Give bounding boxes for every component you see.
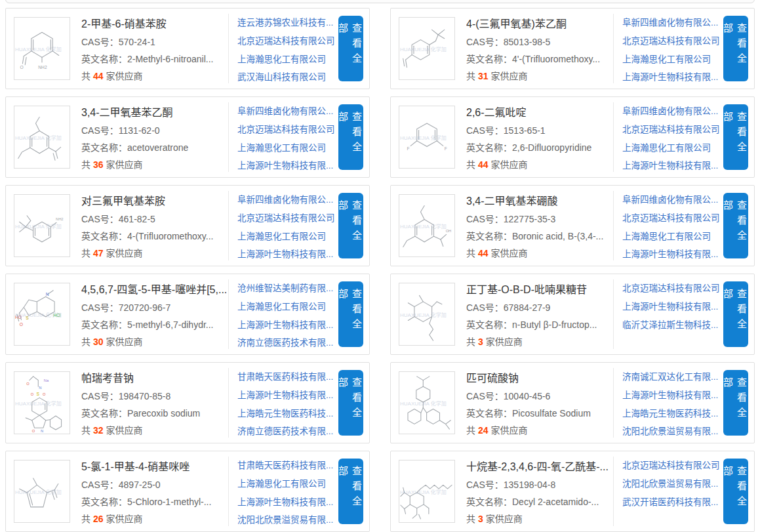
view-all-button[interactable]: 查看全部 xyxy=(338,16,363,81)
supplier-link[interactable]: 上海瀚思化工有限公司 xyxy=(237,51,337,69)
supplier-link[interactable]: 北京迈瑞达科技有限公司 xyxy=(237,209,337,228)
molecule-thumbnail[interactable]: HUAXUEJIA 化学加 xyxy=(399,460,455,523)
supplier-link[interactable]: 上海皓元生物医药科技... xyxy=(237,405,337,423)
view-all-button[interactable]: 查看全部 xyxy=(338,193,363,258)
count-suffix: 家供应商 xyxy=(106,425,143,436)
supplier-link[interactable]: 甘肃皓天医药科技有限... xyxy=(237,368,337,386)
supplier-link[interactable]: 上海源叶生物科技有限... xyxy=(237,316,337,335)
supplier-link[interactable]: 上海瀚思化工有限公司 xyxy=(237,475,337,493)
cas-value: 67884-27-9 xyxy=(504,302,551,313)
molecule-structure-icon: NH2 xyxy=(14,195,70,256)
molecule-thumbnail[interactable]: HUAXUEJIA 化学加 xyxy=(399,371,455,434)
supplier-link[interactable]: 上海源叶生物科技有限... xyxy=(237,157,337,175)
view-all-button[interactable]: 查看全部 xyxy=(723,193,748,258)
molecule-thumbnail[interactable]: FF HUAXUEJIA 化学加 xyxy=(399,106,455,169)
view-all-button[interactable]: 查看全部 xyxy=(723,104,748,170)
supplier-link[interactable]: 济南诚汇双达化工有限... xyxy=(622,368,722,386)
supplier-link[interactable]: 临沂艾泽拉斯生物科技... xyxy=(622,316,722,335)
english-name-row: 英文名称：5-Chloro-1-methyl-... xyxy=(81,495,228,508)
vertical-divider xyxy=(613,191,614,260)
molecule-structure-icon xyxy=(14,106,70,168)
molecule-thumbnail[interactable]: HUAXUEJIA 化学加 xyxy=(14,460,70,523)
supplier-link[interactable]: 连云港苏锦农业科技有... xyxy=(237,14,337,32)
supplier-link[interactable]: 上海源叶生物科技有限... xyxy=(622,68,722,87)
molecule-thumbnail[interactable]: ONH2 HUAXUEJIA 化学加 xyxy=(14,17,70,80)
supplier-link[interactable]: 上海源叶生物科技有限... xyxy=(237,386,337,405)
supplier-count-value: 36 xyxy=(93,159,104,170)
supplier-link[interactable]: 阜新四维卤化物有限公... xyxy=(622,191,722,209)
molecule-thumbnail[interactable]: HUAXUEJIA 化学加 xyxy=(14,106,70,169)
molecule-thumbnail[interactable]: HUAXUEJIA 化学加 xyxy=(399,283,455,346)
supplier-link[interactable]: 上海瀚思化工有限公司 xyxy=(237,139,337,157)
molecule-thumbnail[interactable]: HUAXUEJIA 化学加 xyxy=(399,17,455,80)
supplier-link[interactable]: 上海瀚思化工有限公司 xyxy=(622,139,722,157)
product-name-link[interactable]: 3,4-二甲氧基苯乙酮 xyxy=(81,104,228,119)
product-name-link[interactable]: 2,6-二氟吡啶 xyxy=(466,104,613,119)
supplier-link[interactable]: 上海瀚思化工有限公司 xyxy=(622,51,722,69)
molecule-thumbnail[interactable]: NSHOOHCl HUAXUEJIA 化学加 xyxy=(14,283,70,346)
view-all-button[interactable]: 查看全部 xyxy=(338,104,363,170)
supplier-link[interactable]: 上海瀚思化工有限公司 xyxy=(622,228,722,246)
supplier-link[interactable]: 武汉海山科技有限公司 xyxy=(237,68,337,87)
supplier-link[interactable]: 阜新四维卤化物有限公... xyxy=(622,14,722,32)
supplier-link[interactable]: 北京迈瑞达科技有限公司 xyxy=(622,32,722,51)
supplier-link[interactable]: 北京迈瑞达科技有限公司 xyxy=(622,121,722,139)
product-name-link[interactable]: 2-甲基-6-硝基苯胺 xyxy=(81,15,228,31)
view-all-button[interactable]: 查看全部 xyxy=(338,459,363,524)
supplier-link[interactable]: 济南立德医药技术有限... xyxy=(237,422,337,441)
supplier-link[interactable]: 阜新四维卤化物有限公... xyxy=(622,102,722,121)
view-all-button[interactable]: 查看全部 xyxy=(723,459,748,524)
count-prefix: 共 xyxy=(81,514,90,524)
product-name-link[interactable]: 5-氯-1-甲基-4-硝基咪唑 xyxy=(81,458,228,474)
product-name-link[interactable]: 帕瑞考昔钠 xyxy=(81,369,228,385)
supplier-link[interactable]: 阜新四维卤化物有限公... xyxy=(237,102,337,121)
supplier-link[interactable]: 上海瀚思化工有限公司 xyxy=(237,298,337,316)
product-card: HUAXUEJIA 化学加 3,4-二甲氧基苯乙酮 CAS号：1131-62-0… xyxy=(5,96,370,178)
product-name-link[interactable]: 对三氟甲氧基苯胺 xyxy=(81,192,228,208)
view-all-button[interactable]: 查看全部 xyxy=(723,370,748,436)
supplier-link[interactable]: 上海源叶生物科技有限... xyxy=(622,245,722,264)
supplier-link[interactable]: 阜新四维卤化物有限公... xyxy=(237,191,337,209)
supplier-link[interactable]: 上海源叶生物科技有限... xyxy=(622,157,722,175)
product-info: 帕瑞考昔钠 CAS号：198470-85-8 英文名称：Parecoxib so… xyxy=(81,369,228,436)
molecule-thumbnail[interactable]: NH2 HUAXUEJIA 化学加 xyxy=(14,194,70,257)
supplier-link[interactable]: 甘肃皓天医药科技有限... xyxy=(237,457,337,475)
supplier-link[interactable]: 上海源叶生物科技有限... xyxy=(237,245,337,264)
supplier-link[interactable]: 沈阳北欣景溢贸易有限... xyxy=(622,422,722,441)
supplier-link[interactable]: 北京迈瑞达科技有限公司 xyxy=(237,121,337,139)
product-name-link[interactable]: 正丁基-O-B-D-吡喃果糖苷 xyxy=(466,281,613,297)
supplier-link[interactable]: 北京迈瑞达科技有限公司 xyxy=(237,32,337,51)
supplier-link[interactable]: 上海瀚思化工有限公司 xyxy=(237,228,337,246)
product-name-link[interactable]: 4-(三氟甲氧基)苯乙酮 xyxy=(466,15,613,31)
cas-row: CAS号：720720-96-7 xyxy=(81,300,228,314)
supplier-link[interactable]: 北京迈瑞达科技有限公司 xyxy=(622,457,722,475)
view-all-button[interactable]: 查看全部 xyxy=(338,370,363,436)
english-name-label: 英文名称： xyxy=(81,497,127,507)
supplier-link[interactable]: 上海皓元生物医药科技... xyxy=(622,405,722,423)
supplier-link[interactable]: 武汉开诺医药科技有限... xyxy=(622,493,722,512)
product-name-link[interactable]: 十烷基-2,3,4,6-四-氧-乙酰基-... xyxy=(466,458,613,474)
supplier-links: 阜新四维卤化物有限公...北京迈瑞达科技有限公司上海瀚思化工有限公司上海源叶生物… xyxy=(622,99,722,175)
supplier-link[interactable]: 北京迈瑞达科技有限公司 xyxy=(622,209,722,228)
product-name-link[interactable]: 4,5,6,7-四氢-5-甲基-噻唑并[5,... xyxy=(81,281,228,297)
supplier-link[interactable]: 上海源叶生物科技有限... xyxy=(622,298,722,316)
supplier-link[interactable]: 沧州维智达美制药有限... xyxy=(237,279,337,298)
supplier-link[interactable]: 济南立德医药技术有限... xyxy=(237,334,337,352)
count-suffix: 家供应商 xyxy=(491,159,528,170)
supplier-link[interactable]: 上海源叶生物科技有限... xyxy=(622,386,722,405)
english-name-label: 英文名称： xyxy=(466,142,512,153)
view-all-button[interactable]: 查看全部 xyxy=(723,281,748,347)
supplier-link[interactable]: 沈阳北欣景溢贸易有限... xyxy=(237,511,337,529)
product-name-link[interactable]: 3,4-二甲氧基苯硼酸 xyxy=(466,192,613,208)
product-info: 4,5,6,7-四氢-5-甲基-噻唑并[5,... CAS号：720720-96… xyxy=(81,281,228,348)
product-name-link[interactable]: 匹可硫酸钠 xyxy=(466,369,613,385)
molecule-thumbnail[interactable]: ONNaSOOON HUAXUEJIA 化学加 xyxy=(14,371,70,434)
supplier-link[interactable]: 上海源叶生物科技有限... xyxy=(237,493,337,512)
english-name-value: 2,6-Difluoropyridine xyxy=(512,142,591,153)
view-all-button[interactable]: 查看全部 xyxy=(338,281,363,347)
cas-value: 1131-62-0 xyxy=(119,125,160,136)
view-all-button[interactable]: 查看全部 xyxy=(723,16,748,81)
molecule-thumbnail[interactable]: OH HUAXUEJIA 化学加 xyxy=(399,194,455,257)
supplier-link[interactable]: 沈阳北欣景溢贸易有限... xyxy=(622,475,722,493)
supplier-link[interactable]: 北京迈瑞达科技有限公司 xyxy=(622,279,722,298)
